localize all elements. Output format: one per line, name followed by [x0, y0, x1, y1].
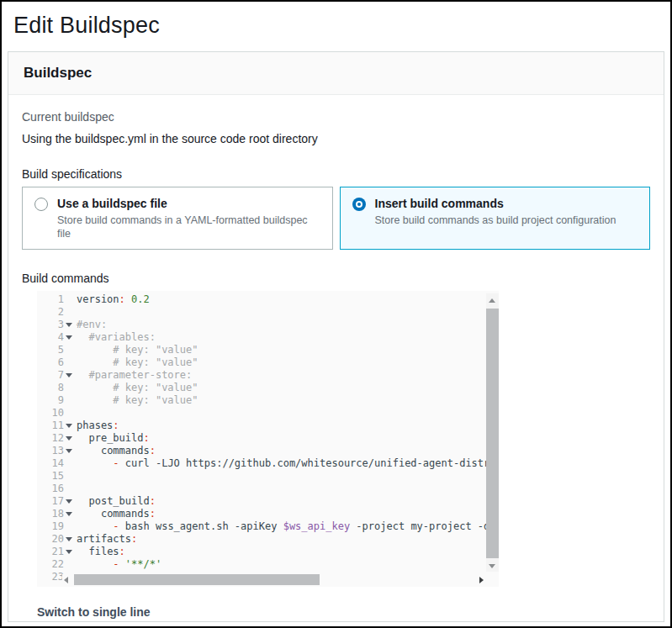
code-line[interactable]: files:	[77, 546, 499, 558]
line-number[interactable]: 11	[37, 420, 74, 432]
code-line[interactable]: # key: "value"	[77, 344, 499, 356]
radio-selected-icon[interactable]	[352, 198, 366, 211]
code-line[interactable]: phases:	[77, 420, 499, 432]
line-number[interactable]: 4	[37, 331, 74, 344]
code-line[interactable]	[77, 306, 499, 319]
vertical-scrollbar-thumb[interactable]	[486, 309, 499, 558]
line-number: 9	[37, 394, 74, 407]
line-number[interactable]: 18	[37, 508, 74, 520]
line-number: 19	[37, 520, 74, 533]
code-line[interactable]: post_build:	[77, 495, 499, 508]
line-number: 8	[37, 382, 74, 394]
code-line[interactable]: pre_build:	[77, 432, 499, 445]
line-number: 22	[37, 558, 74, 571]
fold-arrow-icon[interactable]	[66, 449, 72, 453]
code-line[interactable]: - '**/*'	[77, 558, 499, 571]
panel-header: Buildspec	[8, 52, 664, 95]
scroll-down-icon[interactable]	[489, 564, 495, 568]
line-number: 5	[37, 344, 74, 356]
option-description: Store build commands as build project co…	[375, 214, 616, 227]
horizontal-scrollbar-thumb[interactable]	[74, 574, 320, 585]
scroll-left-icon[interactable]	[64, 577, 68, 583]
build-commands-editor[interactable]: 1234567891011121314151617181920212223 ve…	[37, 291, 499, 587]
scroll-right-icon[interactable]	[479, 577, 484, 583]
horizontal-scrollbar[interactable]	[62, 574, 485, 586]
fold-arrow-icon[interactable]	[66, 335, 72, 340]
editor-line-numbers: 1234567891011121314151617181920212223	[37, 293, 74, 583]
line-number[interactable]: 3	[37, 319, 74, 331]
code-line[interactable]	[77, 407, 499, 420]
fold-arrow-icon[interactable]	[66, 499, 72, 504]
build-specifications-options: Use a buildspec file Store build command…	[22, 187, 650, 250]
fold-arrow-icon[interactable]	[66, 436, 72, 441]
code-line[interactable]: commands:	[77, 508, 499, 520]
editor-code[interactable]: version: 0.2#env: #variables: # key: "va…	[74, 293, 499, 583]
code-line[interactable]: commands:	[77, 445, 499, 457]
line-number: 1	[37, 293, 74, 306]
current-buildspec-label: Current buildspec	[22, 110, 650, 124]
line-number[interactable]: 13	[37, 445, 74, 457]
fold-arrow-icon[interactable]	[66, 550, 72, 554]
option-description: Store build commands in a YAML-formatted…	[57, 214, 320, 240]
line-number: 14	[37, 457, 74, 470]
build-commands-label: Build commands	[22, 272, 650, 285]
fold-arrow-icon[interactable]	[66, 323, 72, 327]
code-line[interactable]: - curl -LJO https://github.com/whitesour…	[77, 457, 499, 470]
line-number[interactable]: 12	[37, 432, 74, 445]
line-number: 10	[37, 407, 74, 420]
code-line[interactable]: #env:	[77, 319, 499, 331]
code-line[interactable]: # key: "value"	[77, 356, 499, 369]
line-number[interactable]: 21	[37, 546, 74, 558]
build-specifications-label: Build specifications	[22, 167, 650, 181]
line-number[interactable]: 17	[37, 495, 74, 508]
code-line[interactable]: # key: "value"	[77, 382, 499, 394]
code-line[interactable]: version: 0.2	[77, 293, 499, 306]
line-number: 6	[37, 356, 74, 369]
switch-to-single-line-link[interactable]: Switch to single line	[37, 605, 151, 619]
current-buildspec-value: Using the buildspec.yml in the source co…	[22, 132, 650, 145]
page-title: Edit Buildspec	[2, 2, 670, 50]
edit-buildspec-page: Edit Buildspec Buildspec Current buildsp…	[0, 0, 672, 628]
code-line[interactable]	[77, 483, 499, 495]
code-line[interactable]	[77, 470, 499, 483]
line-number[interactable]: 7	[37, 369, 74, 382]
line-number[interactable]: 20	[37, 533, 74, 546]
fold-arrow-icon[interactable]	[66, 424, 72, 428]
vertical-scrollbar[interactable]	[486, 293, 499, 572]
code-line[interactable]: - bash wss_agent.sh -apiKey $ws_api_key …	[77, 520, 499, 533]
panel-body: Current buildspec Using the buildspec.ym…	[8, 95, 664, 620]
code-line[interactable]: # key: "value"	[77, 394, 499, 407]
code-line[interactable]: #parameter-store:	[77, 369, 499, 382]
code-line[interactable]: #variables:	[77, 331, 499, 344]
option-title: Use a buildspec file	[57, 196, 320, 211]
line-number: 15	[37, 470, 74, 483]
option-use-buildspec-file[interactable]: Use a buildspec file Store build command…	[22, 187, 333, 250]
fold-arrow-icon[interactable]	[66, 537, 72, 541]
fold-arrow-icon[interactable]	[66, 373, 72, 377]
line-number: 2	[37, 306, 74, 319]
scroll-up-icon[interactable]	[489, 298, 495, 303]
option-title: Insert build commands	[375, 196, 616, 211]
code-line[interactable]: artifacts:	[77, 533, 499, 546]
option-insert-build-commands[interactable]: Insert build commands Store build comman…	[340, 187, 651, 250]
line-number: 16	[37, 483, 74, 495]
fold-arrow-icon[interactable]	[66, 512, 72, 516]
radio-unselected-icon[interactable]	[34, 198, 48, 211]
buildspec-panel: Buildspec Current buildspec Using the bu…	[8, 51, 664, 622]
